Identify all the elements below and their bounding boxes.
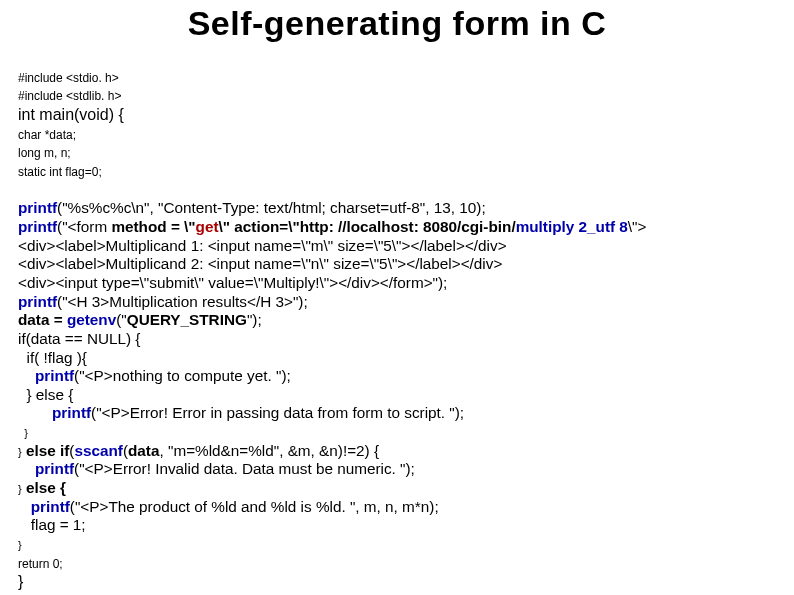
code-text <box>18 498 31 515</box>
keyword-printf: printf <box>52 404 91 421</box>
code-text: <div><input type=\"submit\" value=\"Mult… <box>18 274 447 291</box>
code-text: "); <box>247 311 262 328</box>
code-text: data <box>128 442 159 459</box>
code-text <box>18 460 35 477</box>
code-text: (" <box>116 311 127 328</box>
keyword-printf: printf <box>18 199 57 216</box>
main-signature: int main(void) { <box>18 106 124 123</box>
code-text: ("%s%c%c\n", "Content-Type: text/html; c… <box>57 199 486 216</box>
code-text: ("<P>Error! Invalid data. Data must be n… <box>74 460 415 477</box>
code-text: <div><label>Multiplicand 1: <input name=… <box>18 237 507 254</box>
code-text: else if <box>22 442 70 459</box>
code-text: flag = 1; <box>18 516 86 533</box>
code-text: \"> <box>628 218 647 235</box>
decl-line: long m, n; <box>18 146 71 160</box>
code-text: , "m=%ld&n=%ld", &m, &n)!=2) { <box>159 442 379 459</box>
url-path: multiply 2_utf 8 <box>516 218 628 235</box>
keyword-getenv: getenv <box>67 311 116 328</box>
query-string: QUERY_STRING <box>127 311 247 328</box>
keyword-get: get <box>196 218 219 235</box>
code-text: method = \" <box>111 218 195 235</box>
code-text: ("<P>Error! Error in passing data from f… <box>91 404 464 421</box>
code-text: } else { <box>18 386 73 403</box>
code-text <box>18 367 35 384</box>
code-text: else { <box>22 479 66 496</box>
code-text: ("<P>nothing to compute yet. "); <box>74 367 291 384</box>
include-line: #include <stdio. h> <box>18 71 119 85</box>
code-text: data = <box>18 311 67 328</box>
code-text: } <box>18 427 28 439</box>
decl-line: static int flag=0; <box>18 165 102 179</box>
keyword-printf: printf <box>35 460 74 477</box>
code-text: return 0; <box>18 557 63 571</box>
keyword-printf: printf <box>35 367 74 384</box>
keyword-printf: printf <box>18 293 57 310</box>
code-text: <div><label>Multiplicand 2: <input name=… <box>18 255 502 272</box>
code-text: ("<H 3>Multiplication results</H 3>"); <box>57 293 308 310</box>
code-text: if( !flag ){ <box>18 349 87 366</box>
keyword-printf: printf <box>18 218 57 235</box>
closing-brace: } <box>18 573 23 590</box>
code-text: } <box>18 539 22 551</box>
code-text <box>18 404 52 421</box>
slide-title: Self-generating form in C <box>18 4 776 43</box>
code-text: if(data == NULL) { <box>18 330 140 347</box>
code-text: ("<P>The product of %ld and %ld is %ld. … <box>70 498 439 515</box>
code-text: \" action=\"http: //localhost: 8080/cgi-… <box>219 218 516 235</box>
code-block: #include <stdio. h> #include <stdlib. h>… <box>18 49 776 592</box>
code-text: ("<form <box>57 218 111 235</box>
keyword-sscanf: sscanf <box>74 442 122 459</box>
keyword-printf: printf <box>31 498 70 515</box>
decl-line: char *data; <box>18 128 76 142</box>
include-line: #include <stdlib. h> <box>18 89 121 103</box>
